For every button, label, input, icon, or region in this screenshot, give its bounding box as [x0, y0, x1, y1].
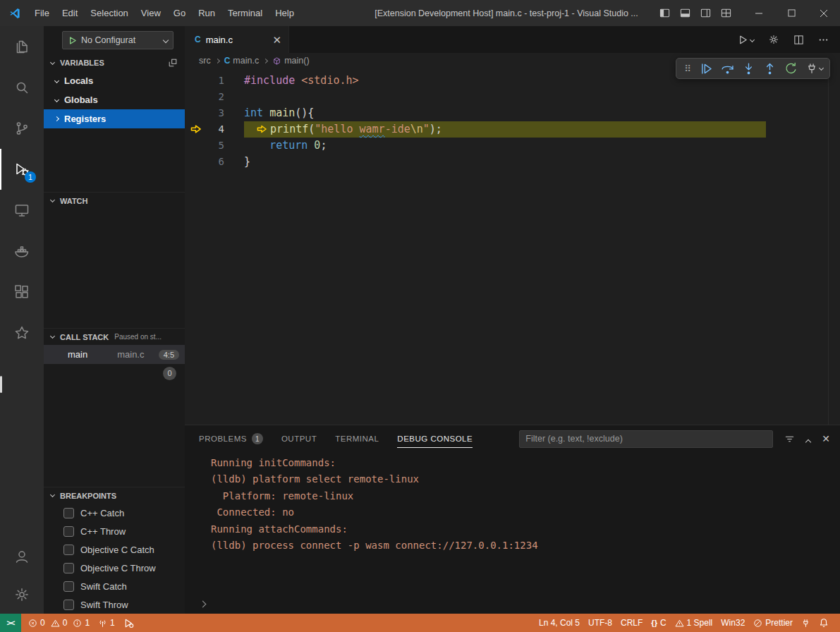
menu-selection[interactable]: Selection: [84, 0, 134, 26]
activity-docker[interactable]: [0, 231, 44, 272]
activity-run-debug[interactable]: 1: [0, 149, 44, 190]
variables-group-registers[interactable]: Registers: [44, 109, 185, 128]
breakpoint-objective-c-catch[interactable]: Objective C Catch: [44, 540, 185, 559]
activity-settings-gear[interactable]: [0, 576, 44, 614]
activity-source-control[interactable]: [0, 108, 44, 149]
breakpoint-gutter[interactable]: [185, 73, 203, 89]
panel-tab-terminal[interactable]: TERMINAL: [335, 425, 379, 452]
breakpoint-objective-c-throw[interactable]: Objective C Throw: [44, 559, 185, 577]
ports-status[interactable]: 1: [94, 614, 119, 632]
debug-step-over-button[interactable]: [717, 59, 738, 78]
breakpoint-c-catch[interactable]: C++ Catch: [44, 504, 185, 522]
editor-tabbar: Cmain.c✕: [185, 26, 840, 53]
collapse-all-icon[interactable]: [168, 58, 178, 68]
more-actions-icon[interactable]: [818, 35, 829, 45]
remote-indicator[interactable]: ><: [0, 614, 21, 632]
activity-account[interactable]: [0, 537, 44, 576]
notifications-button[interactable]: [815, 614, 833, 632]
menu-go[interactable]: Go: [167, 0, 192, 26]
menubar: FileEditSelectionViewGoRunTerminalHelp: [28, 0, 300, 26]
checkbox-c-catch[interactable]: [63, 508, 74, 518]
menu-terminal[interactable]: Terminal: [221, 0, 269, 26]
debug-continue-button[interactable]: [695, 59, 717, 78]
checkbox-c-throw[interactable]: [63, 526, 74, 537]
variables-header-label: VARIABLES: [60, 59, 104, 67]
debug-console-input[interactable]: [185, 594, 840, 614]
language-mode[interactable]: {} C: [647, 614, 670, 632]
customize-layout-icon[interactable]: [721, 8, 731, 18]
minimize-button[interactable]: [743, 0, 775, 26]
checkbox-objective-c-catch[interactable]: [63, 545, 74, 555]
run-or-debug-button[interactable]: [738, 35, 754, 45]
platform-indicator[interactable]: Win32: [717, 614, 749, 632]
toggle-sidebar-icon[interactable]: [659, 8, 670, 18]
menu-run[interactable]: Run: [192, 0, 221, 26]
breakpoint-gutter[interactable]: [185, 154, 203, 170]
editor-tab-main-c[interactable]: Cmain.c✕: [185, 26, 289, 53]
menu-file[interactable]: File: [28, 0, 56, 26]
gear-icon[interactable]: [768, 34, 779, 45]
panel-tab-debug-console[interactable]: DEBUG CONSOLE: [397, 425, 473, 452]
code-editor[interactable]: 1#include <stdio.h>23int main(){4 printf…: [185, 68, 840, 425]
source-control-icon: [13, 120, 30, 137]
panel-tab-output[interactable]: OUTPUT: [281, 425, 317, 452]
variables-header[interactable]: VARIABLES: [44, 54, 185, 71]
debug-step-into-button[interactable]: [738, 59, 759, 78]
split-editor-icon[interactable]: [793, 35, 804, 45]
cursor-position[interactable]: Ln 4, Col 5: [535, 614, 584, 632]
breadcrumb-src[interactable]: src: [199, 56, 211, 66]
checkbox-swift-throw[interactable]: [63, 600, 74, 610]
debug-step-out-button[interactable]: [759, 59, 780, 78]
panel-tab-problems[interactable]: PROBLEMS1: [199, 425, 263, 452]
chevron-right-icon: [215, 58, 220, 63]
close-panel-icon[interactable]: ✕: [822, 434, 830, 444]
activity-extensions[interactable]: [0, 272, 44, 312]
watch-header[interactable]: WATCH: [44, 192, 185, 209]
spell-status[interactable]: 1 Spell: [671, 614, 717, 632]
debug-config-dropdown[interactable]: No Configurat: [62, 31, 174, 49]
breakpoint-gutter[interactable]: [185, 138, 203, 154]
toggle-secondary-sidebar-icon[interactable]: [700, 8, 711, 18]
activity-search[interactable]: [0, 67, 44, 108]
debug-restart-button[interactable]: [780, 59, 801, 78]
maximize-button[interactable]: [775, 0, 808, 26]
close-tab-icon[interactable]: ✕: [272, 35, 281, 45]
menu-view[interactable]: View: [135, 0, 167, 26]
line-content: #include <stdio.h>: [244, 73, 359, 89]
breadcrumb-main[interactable]: main(): [272, 56, 309, 66]
toggle-panel-icon[interactable]: [680, 8, 690, 18]
breakpoints-header[interactable]: BREAKPOINTS: [44, 487, 185, 504]
call-stack-header[interactable]: CALL STACK Paused on st...: [44, 328, 185, 345]
activity-remote-explorer[interactable]: [0, 190, 44, 231]
breakpoint-swift-catch[interactable]: Swift Catch: [44, 577, 185, 595]
debug-sidebar: No Configurat VARIABLES LocalsGlobalsReg…: [44, 26, 185, 614]
breadcrumb-label: src: [199, 56, 211, 66]
checkbox-swift-catch[interactable]: [63, 581, 74, 592]
stack-frame[interactable]: mainmain.c4:5: [44, 345, 185, 364]
formatter-status[interactable]: Prettier: [749, 614, 797, 632]
menu-help[interactable]: Help: [269, 0, 300, 26]
close-button[interactable]: [808, 0, 840, 26]
search-icon: [13, 79, 30, 96]
debug-status[interactable]: [119, 614, 138, 632]
breakpoint-gutter[interactable]: [185, 89, 203, 105]
connection-status[interactable]: [797, 614, 815, 632]
breakpoint-c-throw[interactable]: C++ Throw: [44, 522, 185, 540]
encoding-indicator[interactable]: UTF-8: [584, 614, 616, 632]
eol-indicator[interactable]: CRLF: [616, 614, 647, 632]
activity-explorer[interactable]: [0, 26, 44, 67]
breakpoint-gutter[interactable]: [185, 121, 203, 138]
checkbox-objective-c-throw[interactable]: [63, 563, 74, 573]
variables-group-locals[interactable]: Locals: [44, 71, 185, 90]
menu-edit[interactable]: Edit: [56, 0, 84, 26]
console-filter-input[interactable]: [519, 430, 773, 448]
filter-icon[interactable]: [784, 434, 795, 444]
breadcrumb-main-c[interactable]: Cmain.c: [224, 56, 260, 66]
variables-group-globals[interactable]: Globals: [44, 90, 185, 109]
problems-status[interactable]: 0 0 1: [24, 614, 94, 632]
maximize-panel-icon[interactable]: [806, 432, 810, 445]
breakpoint-gutter[interactable]: [185, 105, 203, 121]
breakpoint-swift-throw[interactable]: Swift Throw: [44, 595, 185, 614]
toolbar-drag-handle-icon[interactable]: ⠿: [680, 59, 695, 78]
activity-star[interactable]: [0, 312, 44, 353]
